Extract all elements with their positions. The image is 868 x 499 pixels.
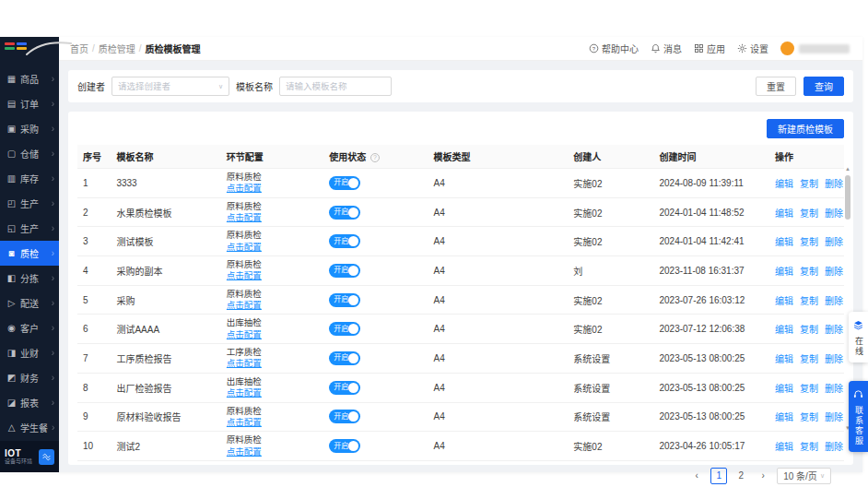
delete-link[interactable]: 删除 — [825, 208, 843, 219]
online-service-tab[interactable]: 在线 — [849, 312, 868, 362]
configure-link[interactable]: 点击配置 — [227, 358, 262, 369]
prev-page-button[interactable]: ‹ — [688, 468, 705, 484]
sidebar-item-quality[interactable]: ◙质检› — [0, 241, 59, 266]
sidebar-item-customers[interactable]: ◉客户› — [0, 315, 59, 340]
configure-link[interactable]: 点击配置 — [227, 270, 262, 281]
copy-link[interactable]: 复制 — [800, 325, 818, 335]
contact-support-tab[interactable]: 联系客服 — [849, 381, 868, 452]
cell-status: 开启 — [323, 344, 428, 374]
status-toggle[interactable]: 开启 — [329, 439, 360, 453]
sidebar-item-goods[interactable]: ▦商品› — [0, 66, 59, 91]
copy-link[interactable]: 复制 — [800, 354, 818, 364]
chevron-right-icon: › — [52, 273, 54, 283]
delete-link[interactable]: 删除 — [825, 237, 843, 247]
cell-actions: 编辑复制删除 — [769, 197, 844, 227]
cell-template-type: A4 — [428, 402, 569, 432]
creator-label: 创建者 — [77, 79, 105, 93]
copy-link[interactable]: 复制 — [800, 208, 818, 219]
settings-button[interactable]: 设置 — [737, 42, 768, 55]
template-name-input[interactable] — [279, 77, 392, 96]
cell-index: 9 — [77, 402, 111, 432]
delete-link[interactable]: 删除 — [825, 325, 843, 335]
messages-button[interactable]: 消息 — [651, 42, 682, 55]
edit-link[interactable]: 编辑 — [775, 442, 793, 452]
new-template-button[interactable]: 新建质检模板 — [767, 119, 844, 138]
delete-link[interactable]: 删除 — [825, 442, 843, 452]
search-button[interactable]: 查询 — [803, 77, 844, 96]
sidebar-item-reports[interactable]: ◪报表› — [0, 390, 59, 415]
delete-link[interactable]: 删除 — [825, 267, 843, 277]
edit-link[interactable]: 编辑 — [775, 412, 793, 422]
scroll-up-icon[interactable]: ▲ — [845, 165, 850, 172]
status-toggle[interactable]: 开启 — [329, 410, 360, 423]
sidebar-item-production-1[interactable]: ◰生产› — [0, 191, 59, 216]
iot-device-icon[interactable] — [39, 449, 54, 465]
sidebar-item-finance[interactable]: ◩财务› — [0, 365, 59, 390]
copy-link[interactable]: 复制 — [800, 384, 818, 394]
sidebar-item-student-meals[interactable]: △学生餐› — [0, 415, 59, 440]
configure-link[interactable]: 点击配置 — [227, 212, 262, 223]
topbar-right: ?帮助中心消息应用设置 — [589, 42, 850, 55]
page-button-2[interactable]: 2 — [733, 468, 749, 484]
status-toggle[interactable]: 开启 — [329, 322, 360, 336]
status-toggle[interactable]: 开启 — [329, 206, 360, 220]
configure-link[interactable]: 点击配置 — [227, 446, 262, 457]
status-toggle[interactable]: 开启 — [329, 351, 360, 365]
sidebar-item-business-finance[interactable]: ◨业财› — [0, 340, 59, 365]
copy-link[interactable]: 复制 — [800, 296, 818, 306]
status-toggle[interactable]: 开启 — [329, 234, 360, 248]
sidebar-item-production-2[interactable]: ◱生产› — [0, 216, 59, 241]
production-icon: ◱ — [6, 223, 17, 233]
help-center-button[interactable]: ?帮助中心 — [589, 42, 639, 55]
delete-link[interactable]: 删除 — [825, 296, 843, 306]
copy-link[interactable]: 复制 — [800, 237, 818, 247]
chevron-right-icon: › — [52, 323, 54, 333]
creator-select[interactable]: ∨ — [111, 77, 229, 96]
configure-link[interactable]: 点击配置 — [227, 387, 262, 398]
delete-link[interactable]: 删除 — [825, 412, 843, 422]
edit-link[interactable]: 编辑 — [775, 267, 793, 277]
status-toggle[interactable]: 开启 — [329, 176, 360, 190]
scrollbar-thumb[interactable] — [845, 175, 850, 220]
stage-name: 原料质检 — [227, 201, 318, 212]
edit-link[interactable]: 编辑 — [775, 354, 793, 364]
edit-link[interactable]: 编辑 — [775, 325, 793, 335]
edit-link[interactable]: 编辑 — [775, 179, 793, 189]
sidebar-item-sorting[interactable]: ◧分拣› — [0, 266, 59, 291]
sidebar-item-delivery[interactable]: ▷配送› — [0, 291, 59, 315]
page-size-select[interactable]: 10 条/页 ∨ — [777, 468, 831, 484]
copy-link[interactable]: 复制 — [800, 179, 818, 189]
sidebar-item-label: 业财 — [20, 346, 39, 360]
edit-link[interactable]: 编辑 — [775, 296, 793, 306]
edit-link[interactable]: 编辑 — [775, 384, 793, 394]
user-menu[interactable] — [780, 42, 850, 55]
sidebar-item-warehouse[interactable]: ▢仓储› — [0, 141, 59, 166]
sidebar-item-procurement[interactable]: ▣采购› — [0, 116, 59, 141]
delete-link[interactable]: 删除 — [825, 384, 843, 394]
configure-link[interactable]: 点击配置 — [227, 300, 262, 311]
apps-button[interactable]: 应用 — [694, 42, 725, 55]
delete-link[interactable]: 删除 — [825, 354, 843, 364]
status-toggle[interactable]: 开启 — [329, 293, 360, 307]
configure-link[interactable]: 点击配置 — [227, 242, 262, 253]
next-page-button[interactable]: › — [755, 468, 771, 484]
status-toggle[interactable]: 开启 — [329, 264, 360, 278]
sidebar-item-inventory[interactable]: ▥库存› — [0, 166, 59, 191]
page-button-1[interactable]: 1 — [710, 468, 727, 484]
configure-link[interactable]: 点击配置 — [227, 417, 262, 428]
edit-link[interactable]: 编辑 — [775, 208, 793, 219]
breadcrumb-item[interactable]: 质检管理 — [99, 42, 135, 55]
edit-link[interactable]: 编辑 — [775, 237, 793, 247]
cell-stage-config: 出库抽检点击配置 — [221, 315, 323, 344]
breadcrumb-item[interactable]: 首页 — [70, 42, 88, 55]
delete-link[interactable]: 删除 — [825, 179, 843, 189]
sidebar-item-orders[interactable]: ▤订单› — [0, 91, 59, 116]
status-toggle[interactable]: 开启 — [329, 381, 360, 395]
configure-link[interactable]: 点击配置 — [227, 329, 262, 340]
reset-button[interactable]: 重置 — [756, 77, 796, 96]
copy-link[interactable]: 复制 — [800, 442, 818, 452]
cell-creator: 系统设置 — [568, 344, 653, 374]
copy-link[interactable]: 复制 — [800, 412, 818, 422]
copy-link[interactable]: 复制 — [800, 267, 818, 277]
configure-link[interactable]: 点击配置 — [227, 183, 262, 194]
